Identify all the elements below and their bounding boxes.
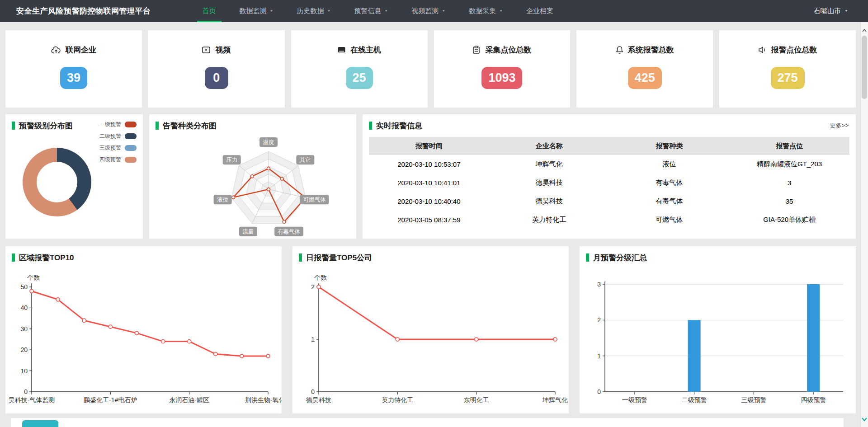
svg-text:英力特化工: 英力特化工 (382, 396, 413, 404)
column-header: 报警点位 (729, 137, 849, 155)
stat-card-head: 采集点位总数 (472, 45, 531, 55)
stat-card: 报警点位总数275 (719, 30, 856, 108)
column-header: 报警时间 (369, 137, 489, 155)
table-row: 2020-03-10 10:41:01德昊科技有毒气体3 (369, 174, 849, 192)
title-accent-bar (12, 122, 15, 130)
panel-title: 实时报警信息 (376, 121, 422, 131)
legend-swatch (125, 133, 137, 139)
svg-text:1: 1 (597, 352, 601, 360)
stat-card: 采集点位总数1093 (434, 30, 571, 108)
scrollbar-thumb[interactable] (862, 36, 867, 99)
svg-text:温度: 温度 (263, 139, 274, 145)
svg-text:流量: 流量 (242, 229, 254, 235)
nav-item-2[interactable]: 数据监测▼ (228, 0, 285, 22)
table-cell: 液位 (609, 155, 730, 174)
svg-text:其它: 其它 (300, 157, 311, 163)
stat-card-value-badge: 425 (628, 67, 662, 89)
table-cell: 35 (729, 192, 849, 211)
table-header: 报警时间企业名称报警种类报警点位 (369, 137, 849, 155)
stat-card-head: 联网企业 (51, 45, 96, 55)
radar-axis-label: 压力 (223, 155, 241, 164)
column-header: 企业名称 (489, 137, 609, 155)
region-selector[interactable]: 石嘴山市 ▼ (814, 0, 848, 22)
nav-item-3[interactable]: 历史数据▼ (285, 0, 342, 22)
panel-title: 区域报警TOP10 (19, 253, 74, 263)
svg-text:荆洪生物-氧化反: 荆洪生物-氧化反 (245, 396, 282, 404)
nav-item-5[interactable]: 视频监测▼ (400, 0, 457, 22)
stat-card-value-badge: 25 (346, 67, 373, 89)
chevron-down-icon: ▼ (844, 9, 848, 13)
radar-axis-label: 液位 (214, 195, 232, 204)
legend-label: 一级预警 (99, 121, 121, 128)
stat-card: 系统报警总数425 (576, 30, 713, 108)
legend-item[interactable]: 三级预警 (99, 144, 137, 152)
region-alarm-top10-panel: 区域报警TOP10 01020304050个数昊科技-气体监测鹏盛化工-1#电石… (5, 246, 282, 413)
nav-item-label: 历史数据 (297, 7, 324, 15)
table-cell: 3 (729, 174, 849, 192)
svg-text:三级预警: 三级预警 (741, 396, 766, 404)
stat-card-head: 报警点位总数 (758, 45, 817, 55)
legend-item[interactable]: 一级预警 (99, 121, 137, 128)
svg-text:20: 20 (20, 346, 28, 353)
nav-item-1[interactable]: 首页 (191, 0, 228, 22)
page-scrollbar[interactable] (860, 22, 868, 427)
svg-text:昊科技-气体监测: 昊科技-气体监测 (9, 396, 55, 404)
monitor-icon (337, 46, 346, 54)
alarm-type-radar-chart: 温度其它可燃气体有毒气体流量液位压力 (156, 134, 349, 236)
legend-item[interactable]: 二级预警 (99, 132, 137, 140)
svg-text:1: 1 (311, 336, 315, 343)
nav-item-6[interactable]: 数据采集▼ (457, 0, 514, 22)
table-cell: 德昊科技 (489, 192, 609, 211)
legend-item[interactable]: 四级预警 (99, 156, 137, 164)
svg-text:永润石油-罐区: 永润石油-罐区 (169, 396, 209, 404)
stat-card-value-badge: 39 (60, 67, 87, 89)
nav-item-7[interactable]: 企业档案 (514, 0, 565, 22)
svg-text:40: 40 (20, 304, 28, 311)
radar-axis-label: 可燃气体 (300, 195, 329, 204)
nav-item-4[interactable]: 预警信息▼ (342, 0, 400, 22)
legend-swatch (125, 157, 137, 163)
table-cell: 有毒气体 (609, 174, 730, 192)
svg-text:一级预警: 一级预警 (622, 396, 647, 404)
stat-card-head: 视频 (202, 45, 231, 55)
title-accent-bar (156, 122, 159, 130)
stat-cards-row: 联网企业39视频0在线主机25采集点位总数1093系统报警总数425报警点位总数… (5, 30, 856, 108)
scroll-down-icon[interactable] (861, 415, 868, 423)
table-row: 2020-03-10 10:40:40德昊科技有毒气体35 (369, 192, 849, 211)
chevron-down-icon: ▼ (270, 9, 274, 13)
title-accent-bar (369, 122, 372, 130)
stat-card-value-badge: 275 (771, 67, 805, 89)
chevron-down-icon: ▼ (384, 9, 388, 13)
svg-text:30: 30 (20, 325, 28, 333)
cloud-upload-icon (51, 46, 61, 54)
table-cell: 有毒气体 (609, 192, 730, 211)
scroll-up-icon[interactable] (861, 26, 868, 34)
stat-card-head: 系统报警总数 (616, 45, 674, 55)
chevron-down-icon: ▼ (499, 9, 503, 13)
svg-text:3: 3 (597, 281, 601, 288)
svg-text:2: 2 (311, 283, 315, 291)
chevron-down-icon: ▼ (442, 9, 445, 13)
realtime-alarm-table: 报警时间企业名称报警种类报警点位 2020-03-10 10:53:07坤辉气化… (369, 137, 849, 229)
nav-item-label: 首页 (203, 7, 216, 15)
nav-menu: 首页数据监测▼历史数据▼预警信息▼视频监测▼数据采集▼企业档案 (191, 0, 566, 22)
speaker-icon (758, 46, 767, 54)
nav-item-label: 数据采集 (469, 7, 496, 15)
alarm-level-donut-chart (23, 148, 91, 216)
legend-label: 三级预警 (99, 144, 121, 152)
panel-title: 月预警分级汇总 (593, 253, 647, 263)
svg-text:压力: 压力 (226, 157, 237, 163)
svg-text:液位: 液位 (217, 197, 229, 203)
daily-alarm-top5-line-chart: 012个数德昊科技英力特化工东明化工坤辉气化 (299, 266, 562, 409)
svg-text:德昊科技: 德昊科技 (306, 396, 331, 404)
table-cell: 精醇南罐液位GT_203 (729, 155, 849, 174)
legend-swatch (125, 145, 137, 151)
nav-item-label: 企业档案 (526, 7, 553, 15)
panel-title: 预警级别分布图 (19, 121, 73, 131)
realtime-alarm-panel: 实时报警信息 更多>> 报警时间企业名称报警种类报警点位 2020-03-10 … (363, 114, 856, 239)
clipboard-icon (472, 46, 481, 54)
panel-title-row: 月预警分级汇总 (586, 252, 849, 263)
svg-text:0: 0 (597, 388, 601, 395)
more-link[interactable]: 更多>> (830, 122, 849, 130)
donut-legend: 一级预警二级预警三级预警四级预警 (99, 121, 137, 164)
